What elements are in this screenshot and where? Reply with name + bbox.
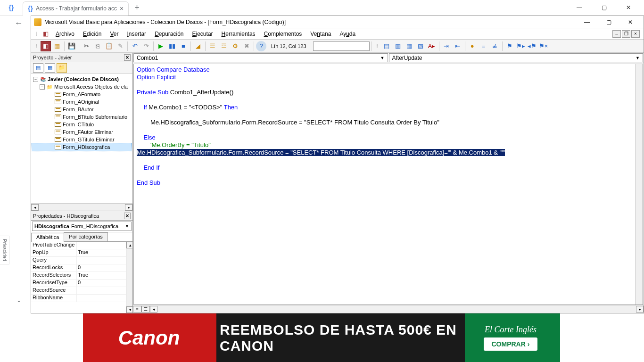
undo-icon[interactable]: ↶ bbox=[130, 41, 140, 51]
mdi-close-button[interactable]: × bbox=[631, 30, 640, 38]
maximize-button[interactable]: ▢ bbox=[593, 0, 615, 15]
view-object-button[interactable]: ▦ bbox=[45, 63, 55, 73]
scroll-up-icon[interactable]: ▴ bbox=[126, 242, 132, 248]
insert-icon[interactable]: ▦ bbox=[52, 41, 62, 51]
property-value[interactable]: True bbox=[76, 249, 132, 256]
tree-folder[interactable]: − 📁 Microsoft Access Objetos de cla bbox=[32, 83, 132, 90]
save-icon[interactable]: 💾 bbox=[66, 41, 77, 51]
copy-icon[interactable]: ⎘ bbox=[92, 41, 103, 51]
tree-root[interactable]: − 📚 Javier (Coleccion De Discos) bbox=[32, 75, 132, 83]
tree-form-item[interactable]: Form_AOriginal bbox=[32, 98, 132, 106]
tree-form-item[interactable]: Form_GTitulo Eliminar bbox=[32, 136, 132, 143]
property-row[interactable]: RibbonName bbox=[31, 295, 132, 302]
tb-icon-5[interactable]: A▸ bbox=[427, 41, 437, 51]
property-value[interactable] bbox=[76, 257, 132, 264]
scroll-right-icon[interactable]: ▸ bbox=[125, 204, 132, 211]
toolbar-dropdown[interactable] bbox=[313, 41, 370, 51]
pause-icon[interactable]: ▮▮ bbox=[167, 41, 177, 51]
tree-form-item[interactable]: Form_FAutor Eliminar bbox=[32, 128, 132, 136]
minimize-button[interactable]: — bbox=[569, 0, 590, 15]
property-row[interactable]: RecordSelectorsTrue bbox=[31, 272, 132, 280]
property-value[interactable]: True bbox=[76, 272, 132, 279]
scroll-down-icon[interactable]: ▾ bbox=[126, 306, 132, 313]
tree-form-item[interactable]: Form_AFormato bbox=[32, 90, 132, 98]
menu-depuracion[interactable]: Depuración bbox=[151, 30, 187, 38]
view-code-button[interactable]: ▤ bbox=[33, 63, 43, 73]
property-row[interactable]: RecordsetType0 bbox=[31, 280, 132, 287]
redo-icon[interactable]: ↷ bbox=[141, 41, 151, 51]
property-value[interactable]: 0 bbox=[76, 264, 132, 272]
tree-toggle-icon[interactable]: − bbox=[40, 84, 45, 90]
project-panel-close-icon[interactable]: × bbox=[124, 54, 131, 61]
property-row[interactable]: PivotTableChange bbox=[31, 242, 132, 249]
vba-maximize-button[interactable]: ▢ bbox=[598, 17, 619, 27]
tree-form-item[interactable]: Form_BAutor bbox=[32, 106, 132, 113]
property-value[interactable] bbox=[76, 295, 132, 302]
vba-close-button[interactable]: ✕ bbox=[620, 17, 641, 27]
stop-icon[interactable]: ■ bbox=[178, 41, 189, 51]
properties-panel-close-icon[interactable]: × bbox=[124, 213, 131, 219]
view-code-icon[interactable]: ◧ bbox=[41, 41, 51, 51]
menu-complementos[interactable]: Complementos bbox=[260, 30, 306, 38]
comment-icon[interactable]: ≡ bbox=[479, 41, 489, 51]
tab-close-icon[interactable]: × bbox=[120, 5, 124, 12]
menu-ejecutar[interactable]: Ejecutar bbox=[189, 30, 217, 38]
tb-icon-2[interactable]: ▥ bbox=[393, 41, 403, 51]
menu-ayuda[interactable]: Ayuda bbox=[336, 30, 359, 38]
toolbox-icon[interactable]: ✖ bbox=[241, 41, 252, 51]
object-dropdown[interactable]: Combo1 ▼ bbox=[133, 53, 388, 62]
menu-edicion[interactable]: Edición bbox=[79, 30, 105, 38]
ad-cta-button[interactable]: COMPRAR › bbox=[484, 337, 537, 351]
full-module-view-button[interactable]: ☰ bbox=[141, 306, 150, 313]
properties-icon[interactable]: ☲ bbox=[219, 41, 229, 51]
browser-tab[interactable]: {} Access - Trabajar formulario acc × bbox=[23, 1, 129, 16]
toggle-folders-button[interactable]: 📁 bbox=[57, 63, 67, 73]
property-value[interactable] bbox=[76, 287, 132, 294]
tb-icon-1[interactable]: ▤ bbox=[381, 41, 392, 51]
format-painter-icon[interactable]: ✎ bbox=[115, 41, 125, 51]
bookmark-next-icon[interactable]: ⚑▸ bbox=[516, 41, 526, 51]
tree-form-item[interactable]: Form_HDiscografica bbox=[32, 143, 132, 151]
run-icon[interactable]: ▶ bbox=[156, 41, 166, 51]
mdi-restore-button[interactable]: ❐ bbox=[622, 30, 630, 38]
menu-ver[interactable]: Ver bbox=[106, 30, 122, 38]
procedure-dropdown[interactable]: AfterUpdate ▼ bbox=[389, 53, 644, 62]
menu-ventana[interactable]: Ventana bbox=[306, 30, 335, 38]
back-icon[interactable]: ← bbox=[15, 18, 23, 28]
scroll-left-icon[interactable]: ◂ bbox=[150, 306, 157, 313]
property-value[interactable] bbox=[76, 242, 132, 249]
tree-form-item[interactable]: Form_CTitulo bbox=[32, 121, 132, 128]
tab-categorized[interactable]: Por categorías bbox=[64, 232, 108, 241]
cut-icon[interactable]: ✂ bbox=[81, 41, 91, 51]
bookmark-icon[interactable]: ⚑ bbox=[504, 41, 515, 51]
new-tab-button[interactable]: + bbox=[134, 3, 140, 13]
chevron-down-icon[interactable]: ⌄ bbox=[17, 297, 21, 304]
property-value[interactable]: 0 bbox=[76, 280, 132, 287]
privacy-tab[interactable]: Privacidad bbox=[0, 236, 9, 264]
bookmark-prev-icon[interactable]: ◂⚑ bbox=[527, 41, 537, 51]
object-browser-icon[interactable]: ⚙ bbox=[230, 41, 240, 51]
project-hscrollbar[interactable]: ◂ ▸ bbox=[31, 203, 132, 211]
scroll-left-icon[interactable]: ◂ bbox=[31, 204, 39, 211]
project-explorer-icon[interactable]: ☰ bbox=[207, 41, 218, 51]
scroll-right-icon[interactable]: ▸ bbox=[636, 306, 644, 313]
code-vscrollbar[interactable] bbox=[635, 64, 643, 304]
uncomment-icon[interactable]: ≢ bbox=[490, 41, 500, 51]
tree-toggle-icon[interactable]: − bbox=[33, 77, 38, 82]
menu-archivo[interactable]: AArchivorchivo bbox=[52, 30, 78, 38]
ad-banner[interactable]: Canon REEMBOLSO DE HASTA 500€ EN CANON E… bbox=[83, 313, 560, 362]
tb-icon-4[interactable]: ▧ bbox=[415, 41, 426, 51]
outdent-icon[interactable]: ⇤ bbox=[453, 41, 463, 51]
property-row[interactable]: RecordLocks0 bbox=[31, 264, 132, 272]
design-mode-icon[interactable]: ◢ bbox=[193, 41, 203, 51]
property-row[interactable]: RecordSource bbox=[31, 287, 132, 295]
indent-icon[interactable]: ⇥ bbox=[441, 41, 452, 51]
properties-object-combo[interactable]: HDiscografica Form_HDiscografica ▼ bbox=[32, 222, 132, 231]
bookmark-clear-icon[interactable]: ⚑× bbox=[538, 41, 549, 51]
vba-minimize-button[interactable]: — bbox=[577, 17, 597, 27]
paste-icon[interactable]: 📋 bbox=[104, 41, 114, 51]
property-row[interactable]: PopUpTrue bbox=[31, 249, 132, 257]
procedure-view-button[interactable]: ≡ bbox=[133, 306, 141, 313]
tree-form-item[interactable]: Form_BTitulo Subformulario bbox=[32, 113, 132, 121]
mdi-minimize-button[interactable]: – bbox=[612, 30, 621, 38]
